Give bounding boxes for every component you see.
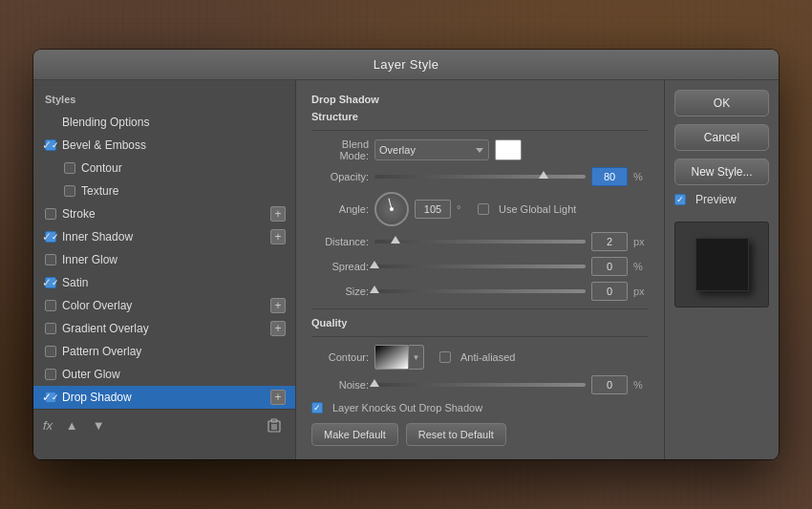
checkbox-drop-shadow[interactable]: ✓ — [45, 392, 56, 403]
reset-default-btn[interactable]: Reset to Default — [406, 423, 506, 446]
distance-thumb[interactable] — [391, 236, 400, 244]
angle-widget[interactable] — [374, 192, 409, 226]
anti-aliased-label[interactable]: Anti-aliased — [439, 351, 515, 363]
sidebar-item-satin[interactable]: ✓Satin — [33, 271, 295, 294]
checkbox-outer-glow[interactable] — [45, 369, 56, 380]
size-thumb[interactable] — [370, 286, 379, 293]
use-global-light-checkbox[interactable] — [478, 203, 489, 215]
noise-label: Noise: — [311, 379, 369, 391]
preview-row: Preview — [674, 193, 769, 206]
blend-mode-label: Blend Mode: — [311, 138, 369, 161]
contour-row: Contour: ▼ — [311, 345, 649, 370]
sidebar-item-outer-glow[interactable]: Outer Glow — [33, 363, 295, 386]
spread-track[interactable] — [374, 265, 586, 268]
opacity-slider[interactable] — [374, 175, 586, 179]
sidebar-item-color-overlay[interactable]: Color Overlay+ — [33, 294, 295, 317]
anti-aliased-checkbox[interactable] — [439, 351, 451, 363]
spread-input[interactable]: 0 — [591, 257, 628, 276]
ok-btn[interactable]: OK — [674, 90, 769, 117]
checkbox-stroke[interactable] — [45, 208, 56, 220]
sidebar-item-blending-options[interactable]: Blending Options — [33, 111, 295, 134]
spread-slider[interactable] — [374, 265, 586, 268]
sidebar-item-stroke[interactable]: Stroke+ — [33, 202, 295, 225]
sidebar-item-inner-shadow[interactable]: ✓Inner Shadow+ — [33, 225, 295, 248]
structure-header: Structure — [311, 111, 649, 122]
layer-knocks-label[interactable]: Layer Knocks Out Drop Shadow — [311, 402, 482, 414]
plus-btn-gradient-overlay[interactable]: + — [270, 321, 286, 336]
angle-input[interactable]: 105 — [415, 200, 451, 219]
use-global-light-label[interactable]: Use Global Light — [478, 203, 576, 215]
preview-checkbox[interactable] — [674, 194, 686, 205]
checkbox-color-overlay[interactable] — [45, 300, 56, 311]
left-panel: Styles Blending Options✓Bevel & EmbossCo… — [33, 80, 296, 459]
checkbox-contour[interactable] — [64, 162, 75, 174]
main-content: Drop Shadow Structure Blend Mode: Normal… — [296, 80, 664, 459]
opacity-label: Opacity: — [311, 171, 369, 182]
distance-slider[interactable] — [374, 240, 586, 244]
sidebar-item-contour[interactable]: Contour — [33, 157, 295, 180]
contour-preview[interactable] — [374, 345, 409, 370]
sidebar-item-drop-shadow[interactable]: ✓Drop Shadow+ — [33, 386, 295, 409]
checkbox-bevel-emboss[interactable]: ✓ — [45, 139, 56, 151]
label-inner-shadow: Inner Shadow — [62, 230, 270, 244]
spread-label: Spread: — [311, 261, 369, 272]
label-bevel-emboss: Bevel & Emboss — [62, 138, 286, 152]
cancel-btn[interactable]: Cancel — [674, 124, 769, 151]
noise-track[interactable] — [374, 383, 586, 387]
checkbox-inner-glow[interactable] — [45, 254, 56, 265]
new-style-btn[interactable]: New Style... — [674, 159, 769, 185]
noise-input[interactable]: 0 — [591, 375, 628, 394]
opacity-input[interactable]: 80 — [591, 167, 628, 186]
checkbox-pattern-overlay[interactable] — [45, 346, 56, 357]
plus-btn-drop-shadow[interactable]: + — [270, 390, 286, 405]
plus-btn-color-overlay[interactable]: + — [270, 298, 286, 313]
distance-track[interactable] — [374, 240, 586, 244]
opacity-thumb[interactable] — [539, 171, 548, 179]
blend-mode-select[interactable]: NormalDissolveMultiplyScreenOverlaySoft … — [374, 139, 489, 160]
plus-btn-stroke[interactable]: + — [270, 206, 286, 222]
size-input[interactable]: 0 — [591, 282, 628, 301]
checkbox-gradient-overlay[interactable] — [45, 323, 56, 334]
angle-unit: ° — [457, 203, 472, 215]
noise-slider[interactable] — [374, 383, 586, 387]
checkbox-texture[interactable] — [64, 185, 75, 197]
size-slider[interactable] — [374, 289, 586, 293]
move-up-btn[interactable]: ▲ — [60, 415, 83, 435]
size-label: Size: — [311, 286, 369, 297]
move-down-btn[interactable]: ▼ — [87, 415, 110, 435]
contour-select-wrap: ▼ — [374, 345, 424, 370]
distance-input[interactable]: 2 — [591, 232, 628, 251]
label-stroke: Stroke — [62, 207, 270, 221]
size-track[interactable] — [374, 289, 586, 293]
noise-row: Noise: 0 % — [311, 375, 649, 394]
fx-icon: fx — [43, 418, 53, 433]
plus-btn-inner-shadow[interactable]: + — [270, 229, 286, 244]
drop-shadow-header: Drop Shadow — [311, 94, 649, 105]
sidebar-item-bevel-emboss[interactable]: ✓Bevel & Emboss — [33, 134, 295, 157]
size-row: Size: 0 px — [311, 282, 649, 301]
make-default-btn[interactable]: Make Default — [311, 423, 398, 446]
sidebar-item-gradient-overlay[interactable]: Gradient Overlay+ — [33, 317, 295, 340]
contour-dropdown-btn[interactable]: ▼ — [409, 345, 424, 370]
delete-btn[interactable] — [263, 415, 286, 435]
checkbox-satin[interactable]: ✓ — [45, 277, 56, 288]
label-texture: Texture — [81, 184, 286, 198]
noise-thumb[interactable] — [370, 379, 379, 387]
layer-knocks-row: Layer Knocks Out Drop Shadow — [311, 402, 649, 414]
checkbox-inner-shadow[interactable]: ✓ — [45, 231, 56, 243]
blend-color-swatch[interactable] — [495, 139, 522, 160]
layer-knocks-checkbox[interactable] — [311, 402, 323, 414]
spread-thumb[interactable] — [370, 261, 379, 268]
quality-header: Quality — [311, 317, 649, 329]
sidebar-item-pattern-overlay[interactable]: Pattern Overlay — [33, 340, 295, 363]
styles-section-title: Styles — [33, 90, 295, 111]
sidebar-item-texture[interactable]: Texture — [33, 180, 295, 202]
label-color-overlay: Color Overlay — [62, 299, 270, 312]
label-drop-shadow: Drop Shadow — [62, 391, 270, 404]
preview-box — [674, 222, 769, 308]
opacity-track[interactable] — [374, 175, 586, 179]
sidebar-item-inner-glow[interactable]: Inner Glow — [33, 248, 295, 271]
distance-label: Distance: — [311, 236, 369, 247]
label-satin: Satin — [62, 276, 286, 289]
preview-label: Preview — [695, 193, 737, 206]
